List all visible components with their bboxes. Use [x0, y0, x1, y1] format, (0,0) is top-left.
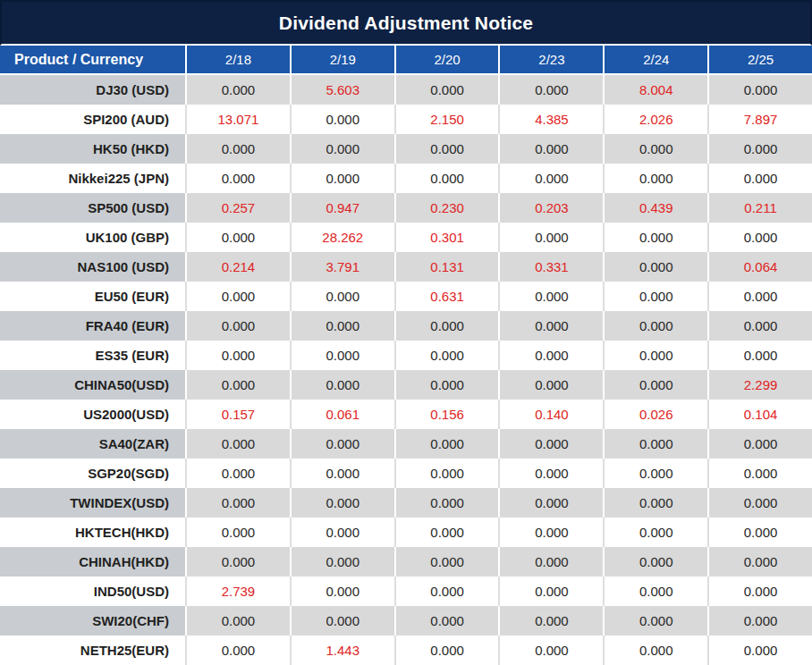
value-cell: 0.000	[498, 429, 603, 459]
value-cell: 0.000	[498, 370, 603, 400]
value-cell: 0.439	[603, 193, 707, 223]
value-cell: 0.000	[185, 134, 290, 164]
value-cell: 0.000	[603, 636, 707, 665]
value-cell: 0.000	[707, 223, 812, 252]
value-cell: 0.000	[707, 547, 812, 577]
product-cell: HKTECH(HKD)	[0, 518, 185, 547]
value-cell: 8.004	[603, 75, 707, 105]
table-header-row: Product / Currency 2/182/192/202/232/242…	[0, 46, 812, 75]
value-cell: 0.000	[185, 606, 290, 636]
value-cell: 0.000	[707, 577, 812, 606]
value-cell: 2.026	[603, 105, 707, 134]
product-cell: CHINA50(USD)	[0, 370, 185, 400]
value-cell: 0.000	[498, 341, 603, 370]
value-cell: 0.000	[603, 429, 707, 459]
table-row: HK50 (HKD)0.0000.0000.0000.0000.0000.000	[0, 134, 812, 164]
table-row: SGP20(SGD)0.0000.0000.0000.0000.0000.000	[0, 459, 812, 488]
value-cell: 0.000	[707, 488, 812, 518]
value-cell: 0.064	[707, 252, 812, 282]
value-cell: 13.071	[185, 105, 290, 134]
value-cell: 0.000	[290, 518, 394, 547]
column-header-date: 2/19	[290, 46, 394, 73]
value-cell: 0.000	[603, 223, 707, 252]
value-cell: 0.000	[707, 606, 812, 636]
table-row: SPI200 (AUD)13.0710.0002.1504.3852.0267.…	[0, 105, 812, 134]
value-cell: 0.000	[185, 518, 290, 547]
table-row: SA40(ZAR)0.0000.0000.0000.0000.0000.000	[0, 429, 812, 459]
table-row: US2000(USD)0.1570.0610.1560.1400.0260.10…	[0, 400, 812, 429]
value-cell: 0.157	[185, 400, 290, 429]
value-cell: 0.000	[498, 223, 603, 252]
value-cell: 0.000	[290, 488, 394, 518]
value-cell: 1.443	[290, 636, 394, 665]
value-cell: 0.000	[603, 459, 707, 488]
value-cell: 0.000	[394, 164, 499, 193]
value-cell: 0.301	[394, 223, 499, 252]
column-header-date: 2/18	[185, 46, 290, 73]
product-cell: SA40(ZAR)	[0, 429, 185, 459]
value-cell: 0.000	[707, 341, 812, 370]
value-cell: 0.000	[394, 636, 499, 665]
value-cell: 0.000	[185, 459, 290, 488]
value-cell: 0.000	[185, 488, 290, 518]
table-row: EU50 (EUR)0.0000.0000.6310.0000.0000.000	[0, 282, 812, 311]
product-cell: CHINAH(HKD)	[0, 547, 185, 577]
value-cell: 0.000	[185, 75, 290, 105]
value-cell: 0.000	[394, 577, 499, 606]
value-cell: 0.000	[498, 459, 603, 488]
value-cell: 0.000	[707, 134, 812, 164]
value-cell: 0.000	[498, 547, 603, 577]
value-cell: 0.104	[707, 400, 812, 429]
value-cell: 0.947	[290, 193, 394, 223]
value-cell: 0.000	[290, 459, 394, 488]
product-cell: US2000(USD)	[0, 400, 185, 429]
value-cell: 0.000	[185, 164, 290, 193]
column-header-product: Product / Currency	[0, 46, 185, 73]
value-cell: 0.000	[394, 311, 499, 341]
value-cell: 0.000	[498, 636, 603, 665]
value-cell: 0.000	[394, 75, 499, 105]
product-cell: SP500 (USD)	[0, 193, 185, 223]
table-row: SWI20(CHF)0.0000.0000.0000.0000.0000.000	[0, 606, 812, 636]
value-cell: 0.000	[498, 606, 603, 636]
value-cell: 0.000	[290, 370, 394, 400]
value-cell: 0.257	[185, 193, 290, 223]
value-cell: 0.230	[394, 193, 499, 223]
value-cell: 0.026	[603, 400, 707, 429]
value-cell: 0.000	[603, 577, 707, 606]
value-cell: 0.000	[707, 429, 812, 459]
value-cell: 0.000	[185, 370, 290, 400]
product-cell: NETH25(EUR)	[0, 636, 185, 665]
value-cell: 0.000	[185, 636, 290, 665]
value-cell: 0.000	[290, 134, 394, 164]
value-cell: 0.000	[603, 311, 707, 341]
value-cell: 0.000	[290, 341, 394, 370]
product-cell: IND50(USD)	[0, 577, 185, 606]
value-cell: 0.000	[707, 311, 812, 341]
value-cell: 0.000	[394, 488, 499, 518]
value-cell: 0.000	[185, 547, 290, 577]
value-cell: 0.203	[498, 193, 603, 223]
value-cell: 0.000	[603, 134, 707, 164]
table-row: SP500 (USD)0.2570.9470.2300.2030.4390.21…	[0, 193, 812, 223]
table-row: FRA40 (EUR)0.0000.0000.0000.0000.0000.00…	[0, 311, 812, 341]
product-cell: SWI20(CHF)	[0, 606, 185, 636]
value-cell: 0.000	[185, 282, 290, 311]
product-cell: TWINDEX(USD)	[0, 488, 185, 518]
value-cell: 0.000	[707, 164, 812, 193]
value-cell: 0.000	[185, 341, 290, 370]
value-cell: 0.000	[707, 75, 812, 105]
table-row: ES35 (EUR)0.0000.0000.0000.0000.0000.000	[0, 341, 812, 370]
table-row: CHINA50(USD)0.0000.0000.0000.0000.0002.2…	[0, 370, 812, 400]
value-cell: 0.000	[498, 164, 603, 193]
dividend-adjustment-notice: Dividend Adjustment Notice Product / Cur…	[0, 0, 812, 665]
value-cell: 0.156	[394, 400, 499, 429]
product-cell: EU50 (EUR)	[0, 282, 185, 311]
value-cell: 0.000	[603, 164, 707, 193]
value-cell: 4.385	[498, 105, 603, 134]
value-cell: 7.897	[707, 105, 812, 134]
value-cell: 0.000	[603, 341, 707, 370]
table-row: DJ30 (USD)0.0005.6030.0000.0008.0040.000	[0, 75, 812, 105]
table-row: Nikkei225 (JPN)0.0000.0000.0000.0000.000…	[0, 164, 812, 193]
product-cell: UK100 (GBP)	[0, 223, 185, 252]
